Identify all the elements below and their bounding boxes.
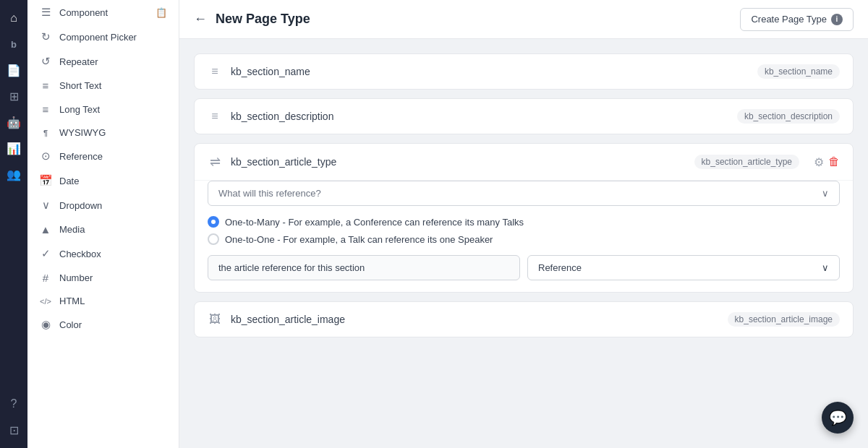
field-tag: kb_section_description (737, 109, 840, 124)
delete-button[interactable]: 🗑 (828, 155, 840, 169)
reference-select-label: Reference (538, 262, 582, 273)
number-icon: # (39, 272, 52, 284)
field-name: kb_section_article_image (231, 314, 719, 325)
field-header: 🖼 kb_section_article_image kb_section_ar… (195, 302, 853, 337)
back-button[interactable]: ← (194, 12, 207, 27)
field-card-kb-section-description: ≡ kb_section_description kb_section_desc… (194, 98, 854, 134)
reference-helper-input[interactable] (208, 255, 520, 280)
field-header: ⇌ kb_section_article_type kb_section_art… (195, 144, 853, 180)
blog-icon[interactable]: b (3, 33, 25, 55)
sidebar-item-label: Date (59, 176, 79, 186)
one-to-one-radio-circle (208, 233, 219, 245)
sidebar-item-label: Repeater (59, 56, 98, 67)
sidebar-item-label: WYSIWYG (59, 127, 106, 138)
reference-icon: ⊙ (39, 150, 52, 163)
text-field-icon: ≡ (208, 110, 222, 123)
layers-icon[interactable]: ⊡ (3, 419, 25, 441)
sidebar-item-long-text[interactable]: ≡ Long Text (27, 98, 179, 121)
sidebar-item-label: Component Picker (59, 32, 137, 43)
chevron-down-icon: ∨ (822, 188, 829, 199)
sidebar-item-label: Media (59, 224, 85, 235)
media-icon: ▲ (39, 223, 52, 236)
media-field-icon: 🖼 (208, 313, 222, 326)
one-to-many-radio[interactable]: One-to-Many - For example, a Conference … (208, 216, 840, 228)
sidebar-item-extra: 📋 (156, 7, 167, 18)
date-icon: 📅 (39, 174, 52, 187)
create-button-label: Create Page Type (751, 14, 827, 25)
sidebar-item-repeater[interactable]: ↺ Repeater (27, 49, 179, 74)
sidebar-item-label: Long Text (59, 104, 100, 115)
sidebar-item-reference[interactable]: ⊙ Reference (27, 144, 179, 168)
sidebar-item-wysiwyg[interactable]: ¶ WYSIWYG (27, 121, 179, 144)
grid-icon[interactable]: ⊞ (3, 85, 25, 107)
short-text-icon: ≡ (39, 79, 52, 92)
sidebar-item-short-text[interactable]: ≡ Short Text (27, 74, 179, 98)
sidebar-item-label: Dropdown (59, 200, 102, 211)
field-name: kb_section_description (231, 111, 728, 122)
sidebar-item-html[interactable]: </> HTML (27, 290, 179, 312)
sidebar-item-label: HTML (59, 296, 85, 306)
field-card-kb-section-article-type: ⇌ kb_section_article_type kb_section_art… (194, 143, 854, 293)
one-to-one-radio[interactable]: One-to-One - For example, a Talk can ref… (208, 233, 840, 245)
field-name: kb_section_name (231, 66, 749, 77)
chart-icon[interactable]: 📊 (3, 137, 25, 159)
sidebar-item-label: Checkbox (59, 249, 101, 259)
reference-type-placeholder: What will this reference? (218, 188, 321, 199)
html-icon: </> (39, 297, 52, 306)
chat-button[interactable]: 💬 (822, 402, 854, 434)
reference-select[interactable]: Reference ∨ (527, 255, 840, 280)
field-tag: kb_section_article_type (694, 155, 799, 169)
field-card-kb-section-name: ≡ kb_section_name kb_section_name (194, 53, 854, 90)
sidebar-item-label: Short Text (59, 80, 101, 91)
sidebar-item-label: Reference (59, 151, 103, 162)
wysiwyg-icon: ¶ (39, 129, 52, 137)
sidebar-item-checkbox[interactable]: ✓ Checkbox (27, 241, 179, 266)
field-actions: ⚙ 🗑 (814, 155, 840, 169)
checkbox-icon: ✓ (39, 247, 52, 260)
sidebar-item-media[interactable]: ▲ Media (27, 217, 179, 241)
page-title: New Page Type (216, 12, 731, 27)
sidebar-item-component[interactable]: ☰ Component 📋 (27, 0, 179, 25)
header: ← New Page Type Create Page Type i (179, 0, 868, 39)
sidebar: ☰ Component 📋 ↻ Component Picker ↺ Repea… (27, 0, 179, 448)
settings-button[interactable]: ⚙ (814, 155, 824, 169)
info-icon: i (831, 14, 843, 25)
field-card-kb-section-article-image: 🖼 kb_section_article_image kb_section_ar… (194, 301, 854, 337)
reference-expanded-section: What will this reference? ∨ One-to-Many … (195, 180, 853, 292)
reference-radio-group: One-to-Many - For example, a Conference … (208, 216, 840, 245)
text-field-icon: ≡ (208, 65, 222, 78)
reference-type-dropdown[interactable]: What will this reference? ∨ (208, 181, 840, 206)
reference-field-icon: ⇌ (208, 154, 222, 170)
robot-icon[interactable]: 🤖 (3, 111, 25, 133)
one-to-one-label: One-to-One - For example, a Talk can ref… (225, 234, 493, 245)
home-icon[interactable]: ⌂ (3, 7, 25, 29)
dropdown-icon: ∨ (39, 199, 52, 212)
color-icon: ◉ (39, 318, 52, 331)
repeater-icon: ↺ (39, 55, 52, 68)
sidebar-item-label: Component (59, 7, 108, 18)
sidebar-item-label: Color (59, 319, 82, 330)
sidebar-item-component-picker[interactable]: ↻ Component Picker (27, 25, 179, 49)
field-tag: kb_section_article_image (728, 312, 840, 327)
sidebar-item-number[interactable]: # Number (27, 266, 179, 290)
sidebar-item-dropdown[interactable]: ∨ Dropdown (27, 193, 179, 217)
field-header: ≡ kb_section_description kb_section_desc… (195, 99, 853, 134)
sidebar-item-label: Number (59, 272, 93, 283)
one-to-many-radio-circle (208, 216, 219, 228)
main: ← New Page Type Create Page Type i ≡ kb_… (179, 0, 868, 448)
sidebar-item-color[interactable]: ◉ Color (27, 312, 179, 337)
field-header: ≡ kb_section_name kb_section_name (195, 54, 853, 89)
create-page-type-button[interactable]: Create Page Type i (740, 8, 854, 31)
one-to-many-label: One-to-Many - For example, a Conference … (225, 217, 524, 228)
chevron-down-icon: ∨ (822, 262, 829, 273)
question-icon[interactable]: ? (3, 393, 25, 415)
component-icon: ☰ (39, 6, 52, 19)
long-text-icon: ≡ (39, 103, 52, 116)
users-icon[interactable]: 👥 (3, 163, 25, 185)
field-name: kb_section_article_type (231, 156, 686, 168)
pages-icon[interactable]: 📄 (3, 59, 25, 81)
sidebar-item-date[interactable]: 📅 Date (27, 168, 179, 193)
nav-bar: ⌂ b 📄 ⊞ 🤖 📊 👥 ? ⊡ (0, 0, 27, 448)
reference-inputs-row: Reference ∨ (208, 255, 840, 280)
content-area: ≡ kb_section_name kb_section_name ≡ kb_s… (179, 39, 868, 448)
